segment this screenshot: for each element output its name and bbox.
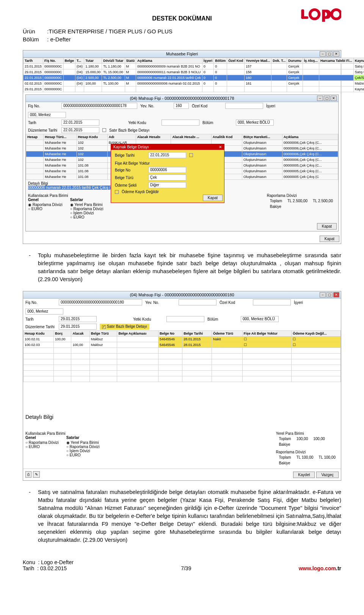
close-icon[interactable]: ✕ — [333, 292, 339, 297]
bakiye-val2 — [311, 442, 327, 447]
section-label: Bölüm — [23, 36, 46, 42]
minimize-icon[interactable]: – — [320, 51, 326, 57]
genel-euro-radio[interactable]: ○ EURO — [28, 207, 63, 211]
table-row[interactable] — [24, 359, 341, 365]
rtoplam-label: Toplam — [276, 455, 293, 460]
table-row[interactable]: 29.01.201500000000C(04)15.000,00TL 15.00… — [24, 69, 364, 75]
col-header: Kaynak Fiş Türü — [353, 58, 364, 64]
sat-yp-radio[interactable]: ◉ Yerel Para Birimi — [70, 203, 104, 207]
belge-turu-field[interactable]: Çek — [148, 175, 186, 181]
sat-id-radio[interactable]: ○ İşlem Dövizi — [66, 449, 100, 453]
table-row[interactable]: 23.01.201500000000C(04)1.180,00TL 1.180,… — [24, 64, 364, 69]
fisno-field[interactable]: 000000000000000000000000000180 — [59, 299, 142, 305]
fis-list-table: TarihFiş No.BelgeT...TutarDövizli TutarS… — [23, 58, 364, 92]
bolum-field[interactable]: 000, Merkez BÖLÜ — [236, 120, 274, 126]
window-kapat-button[interactable]: Kapat — [317, 223, 337, 230]
table-row[interactable] — [24, 365, 341, 371]
duzenleme-field[interactable]: 29.01.2015 — [59, 324, 97, 330]
product-line: Ürün :TIGER ENTERPRISE / TIGER PLUS / GO… — [23, 28, 341, 35]
genel-euro-radio[interactable]: ○ EURO — [25, 445, 59, 449]
genel-rd-radio[interactable]: ◉ Raporlama Dövizi — [28, 203, 63, 207]
col-header: T... — [75, 58, 84, 64]
rtoplam-val1: TL 100,00 — [294, 455, 316, 460]
table-row[interactable]: 100.02.03100,00Makbuz5464554628.01.2015☐… — [24, 342, 341, 348]
col-header: Bölüm — [214, 58, 227, 64]
isyeri-field[interactable]: 000, Merkez — [28, 112, 66, 118]
sat-rd-radio[interactable]: ○ Raporlama Dövizi — [70, 207, 104, 211]
main-kapat-button[interactable]: Kapat — [320, 236, 339, 242]
yevno-field[interactable] — [179, 299, 217, 305]
bolum-field[interactable]: 000, Merkez BÖLÜ — [241, 316, 279, 322]
genel-rd-radio[interactable]: ○ Raporlama Dövizi — [25, 440, 59, 445]
col-header: Alacak Hesabı — [136, 134, 171, 140]
ozelkod-field[interactable] — [225, 103, 263, 109]
table-row[interactable] — [24, 354, 341, 359]
belge-detay-panel: Kaynak Belge Detayı✕ Belge Tarihi22.01.2… — [111, 144, 224, 203]
yetki-field[interactable] — [166, 316, 204, 322]
minimize-icon[interactable]: – — [317, 96, 323, 101]
sat-id-radio[interactable]: ○ İşlem Dövizi — [70, 211, 104, 215]
svg-point-3 — [332, 10, 341, 19]
sat-yp-radio[interactable]: ◉ Yerel Para Birimi — [66, 440, 100, 445]
belge-tarihi-field[interactable]: 22.01.2015 — [148, 152, 186, 158]
belge-no-field[interactable]: 00000006 — [148, 167, 186, 173]
col-header: Tarih — [24, 58, 43, 64]
belge-turu-label: Belge Türü — [115, 176, 145, 180]
table-row[interactable]: 02.02.201500000000C(04)100,00TL 100,00M0… — [24, 81, 364, 87]
odeme-sekli-field[interactable]: Diğer — [148, 182, 186, 188]
tool-icon-1[interactable]: ⎙ — [25, 471, 31, 478]
minimize-icon[interactable]: – — [320, 292, 326, 297]
tarih-field[interactable]: 29.01.2015 — [59, 316, 97, 322]
maximize-icon[interactable]: ▢ — [324, 96, 330, 101]
sbd-checkbox[interactable] — [102, 128, 106, 132]
ozelkod-field[interactable] — [253, 299, 291, 305]
section-value: : e-Defter — [47, 36, 71, 42]
rbakiye-label: Bakiye — [276, 461, 293, 466]
table-row[interactable] — [24, 376, 341, 382]
bolum-label: Bölüm — [207, 317, 238, 321]
svg-point-2 — [310, 10, 319, 19]
logo — [300, 8, 341, 24]
bakiye-val1 — [294, 442, 311, 447]
col-header: Belge Türü — [89, 331, 117, 337]
col-header: Belge Açıklaması — [117, 331, 158, 337]
kpb-label: Kullanılacak Para Birimi — [25, 431, 100, 436]
tarih-field[interactable]: 22.01.2015 — [61, 120, 99, 126]
duzenleme-field[interactable]: 22.01.2015 — [61, 127, 99, 133]
yetki-field[interactable] — [162, 120, 199, 126]
fab-checkbox[interactable] — [189, 153, 193, 157]
yevno-field[interactable]: 160 — [174, 103, 189, 109]
isyeri-field[interactable]: 000, Merkez — [25, 308, 63, 315]
vazgec-button[interactable]: Vazgeç — [316, 472, 339, 478]
sat-euro-radio[interactable]: ○ EURO — [66, 453, 100, 457]
rtoplam-val2: TL 100,00 — [316, 455, 338, 460]
close-icon[interactable]: ✕ — [331, 96, 337, 101]
sat-euro-radio[interactable]: ○ EURO — [70, 215, 104, 219]
table-row[interactable] — [24, 348, 341, 354]
table-row[interactable]: 100.02.01100,00Makbuz5464554628.01.2015N… — [24, 337, 341, 342]
maximize-icon[interactable]: ▢ — [326, 292, 333, 297]
footer-url: www.logo.com.tr — [299, 565, 341, 571]
panel-close-icon[interactable]: ✕ — [219, 145, 222, 149]
ozelkod-label: Özel Kod — [192, 104, 222, 108]
close-icon[interactable]: ✕ — [333, 51, 339, 57]
lines-table-2: Hesap KoduBorçAlacakBelge TürüBelge Açık… — [23, 330, 341, 382]
sbd-checkbox[interactable] — [102, 325, 106, 329]
kapat-button[interactable]: Kapat — [203, 195, 223, 201]
okd-checkbox[interactable] — [115, 190, 119, 194]
detayli-field[interactable] — [25, 422, 154, 429]
main-window-title: Muhasebe Fişleri –▢✕ — [23, 50, 341, 58]
table-row[interactable] — [24, 371, 341, 376]
col-header: İşyeri — [202, 58, 214, 64]
bolum-label: Bölüm — [202, 121, 233, 125]
sat-rd-radio[interactable]: ○ Raporlama Dövizi — [66, 445, 100, 449]
table-row[interactable]: 29.01.201500000000CKaynak Fiş Türü Olmay… — [24, 87, 364, 92]
maximize-icon[interactable]: ▢ — [326, 51, 333, 57]
fisno-field[interactable]: 000000000000000000000000000178 — [61, 103, 137, 109]
tool-icon-2[interactable]: ✎ — [33, 471, 40, 478]
col-header: Ödeme Türü — [212, 331, 242, 337]
col-header: Alacak — [71, 331, 89, 337]
col-header: Harcama Talebi Fi... — [319, 58, 353, 64]
kaydet-button[interactable]: Kaydet — [293, 472, 315, 478]
table-row[interactable]: 22.01.201500000000C(04)2.500,00TL 2.500,… — [24, 75, 364, 81]
